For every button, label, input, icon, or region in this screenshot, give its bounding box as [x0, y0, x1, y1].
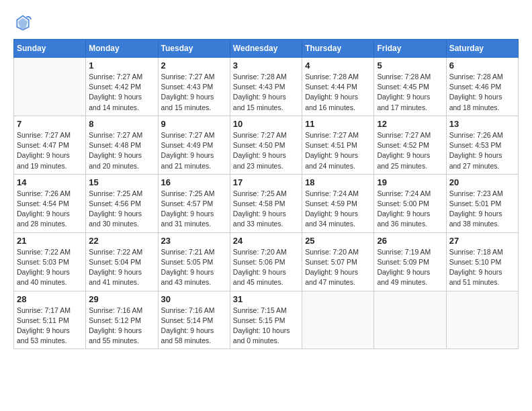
calendar-cell: 24Sunrise: 7:20 AMSunset: 5:06 PMDayligh…	[230, 232, 302, 291]
calendar-cell	[374, 291, 446, 349]
day-number: 2	[161, 60, 227, 71]
calendar-cell: 1Sunrise: 7:27 AMSunset: 4:42 PMDaylight…	[86, 58, 158, 116]
calendar-cell	[302, 291, 374, 349]
day-info: Sunrise: 7:20 AMSunset: 5:07 PMDaylight:…	[305, 247, 371, 288]
weekday-header: Friday	[374, 40, 446, 58]
day-number: 25	[305, 236, 371, 246]
day-number: 19	[377, 177, 443, 187]
calendar-cell: 31Sunrise: 7:15 AMSunset: 5:15 PMDayligh…	[230, 291, 302, 349]
day-info: Sunrise: 7:25 AMSunset: 4:58 PMDaylight:…	[233, 189, 299, 230]
calendar-cell: 9Sunrise: 7:27 AMSunset: 4:49 PMDaylight…	[158, 116, 230, 174]
calendar-header: SundayMondayTuesdayWednesdayThursdayFrid…	[14, 40, 519, 58]
day-number: 24	[233, 236, 299, 246]
day-number: 1	[89, 60, 154, 71]
day-number: 20	[449, 177, 515, 187]
calendar-week-row: 7Sunrise: 7:27 AMSunset: 4:47 PMDaylight…	[14, 116, 519, 174]
day-info: Sunrise: 7:24 AMSunset: 4:59 PMDaylight:…	[305, 189, 371, 230]
day-number: 3	[233, 60, 299, 71]
day-number: 26	[377, 236, 443, 246]
day-info: Sunrise: 7:27 AMSunset: 4:47 PMDaylight:…	[17, 130, 83, 171]
day-number: 23	[161, 236, 227, 246]
weekday-header: Wednesday	[230, 40, 302, 58]
calendar-week-row: 28Sunrise: 7:17 AMSunset: 5:11 PMDayligh…	[14, 291, 519, 349]
calendar-cell: 21Sunrise: 7:22 AMSunset: 5:03 PMDayligh…	[14, 232, 86, 291]
calendar-cell: 23Sunrise: 7:21 AMSunset: 5:05 PMDayligh…	[158, 232, 230, 291]
day-info: Sunrise: 7:20 AMSunset: 5:06 PMDaylight:…	[233, 247, 299, 288]
day-number: 31	[233, 294, 299, 304]
calendar-cell: 2Sunrise: 7:27 AMSunset: 4:43 PMDaylight…	[158, 58, 230, 116]
day-info: Sunrise: 7:26 AMSunset: 4:54 PMDaylight:…	[17, 189, 83, 230]
day-number: 9	[161, 119, 227, 129]
day-number: 11	[305, 119, 371, 129]
day-number: 17	[233, 177, 299, 187]
day-info: Sunrise: 7:16 AMSunset: 5:14 PMDaylight:…	[161, 306, 227, 347]
calendar-cell: 25Sunrise: 7:20 AMSunset: 5:07 PMDayligh…	[302, 232, 374, 291]
day-number: 16	[161, 177, 227, 187]
day-info: Sunrise: 7:26 AMSunset: 4:53 PMDaylight:…	[449, 130, 515, 171]
logo	[13, 13, 35, 32]
day-info: Sunrise: 7:27 AMSunset: 4:42 PMDaylight:…	[89, 72, 154, 113]
calendar-cell: 15Sunrise: 7:25 AMSunset: 4:56 PMDayligh…	[86, 174, 158, 232]
day-info: Sunrise: 7:28 AMSunset: 4:46 PMDaylight:…	[449, 72, 515, 113]
day-number: 13	[449, 119, 515, 129]
calendar-cell: 13Sunrise: 7:26 AMSunset: 4:53 PMDayligh…	[446, 116, 518, 174]
calendar-cell: 12Sunrise: 7:27 AMSunset: 4:52 PMDayligh…	[374, 116, 446, 174]
day-number: 5	[377, 60, 443, 71]
day-number: 14	[17, 177, 83, 187]
day-info: Sunrise: 7:21 AMSunset: 5:05 PMDaylight:…	[161, 247, 227, 288]
day-info: Sunrise: 7:18 AMSunset: 5:10 PMDaylight:…	[449, 247, 515, 288]
calendar-cell: 29Sunrise: 7:16 AMSunset: 5:12 PMDayligh…	[86, 291, 158, 349]
weekday-header: Thursday	[302, 40, 374, 58]
calendar-cell: 11Sunrise: 7:27 AMSunset: 4:51 PMDayligh…	[302, 116, 374, 174]
calendar-cell: 8Sunrise: 7:27 AMSunset: 4:48 PMDaylight…	[86, 116, 158, 174]
logo-icon	[13, 13, 32, 32]
day-info: Sunrise: 7:28 AMSunset: 4:44 PMDaylight:…	[305, 72, 371, 113]
day-info: Sunrise: 7:19 AMSunset: 5:09 PMDaylight:…	[377, 247, 443, 288]
day-number: 22	[89, 236, 154, 246]
day-number: 27	[449, 236, 515, 246]
day-number: 18	[305, 177, 371, 187]
weekday-header: Tuesday	[158, 40, 230, 58]
calendar-cell: 18Sunrise: 7:24 AMSunset: 4:59 PMDayligh…	[302, 174, 374, 232]
day-number: 30	[161, 294, 227, 304]
day-number: 28	[17, 294, 83, 304]
day-info: Sunrise: 7:16 AMSunset: 5:12 PMDaylight:…	[89, 306, 154, 347]
day-info: Sunrise: 7:27 AMSunset: 4:48 PMDaylight:…	[89, 130, 154, 171]
calendar-cell: 17Sunrise: 7:25 AMSunset: 4:58 PMDayligh…	[230, 174, 302, 232]
day-info: Sunrise: 7:17 AMSunset: 5:11 PMDaylight:…	[17, 306, 83, 347]
day-info: Sunrise: 7:27 AMSunset: 4:43 PMDaylight:…	[161, 72, 227, 113]
header	[13, 13, 519, 32]
calendar-table: SundayMondayTuesdayWednesdayThursdayFrid…	[13, 39, 519, 349]
calendar-cell: 14Sunrise: 7:26 AMSunset: 4:54 PMDayligh…	[14, 174, 86, 232]
calendar-cell: 26Sunrise: 7:19 AMSunset: 5:09 PMDayligh…	[374, 232, 446, 291]
day-number: 29	[89, 294, 154, 304]
day-info: Sunrise: 7:24 AMSunset: 5:00 PMDaylight:…	[377, 189, 443, 230]
calendar-cell: 4Sunrise: 7:28 AMSunset: 4:44 PMDaylight…	[302, 58, 374, 116]
calendar-cell: 28Sunrise: 7:17 AMSunset: 5:11 PMDayligh…	[14, 291, 86, 349]
calendar-cell: 22Sunrise: 7:22 AMSunset: 5:04 PMDayligh…	[86, 232, 158, 291]
day-info: Sunrise: 7:22 AMSunset: 5:04 PMDaylight:…	[89, 247, 154, 288]
calendar-cell: 19Sunrise: 7:24 AMSunset: 5:00 PMDayligh…	[374, 174, 446, 232]
calendar-cell: 16Sunrise: 7:25 AMSunset: 4:57 PMDayligh…	[158, 174, 230, 232]
day-info: Sunrise: 7:28 AMSunset: 4:45 PMDaylight:…	[377, 72, 443, 113]
day-number: 15	[89, 177, 154, 187]
day-info: Sunrise: 7:27 AMSunset: 4:50 PMDaylight:…	[233, 130, 299, 171]
day-number: 8	[89, 119, 154, 129]
day-info: Sunrise: 7:28 AMSunset: 4:43 PMDaylight:…	[233, 72, 299, 113]
day-info: Sunrise: 7:23 AMSunset: 5:01 PMDaylight:…	[449, 189, 515, 230]
calendar-week-row: 21Sunrise: 7:22 AMSunset: 5:03 PMDayligh…	[14, 232, 519, 291]
day-number: 10	[233, 119, 299, 129]
weekday-header: Monday	[86, 40, 158, 58]
day-info: Sunrise: 7:22 AMSunset: 5:03 PMDaylight:…	[17, 247, 83, 288]
calendar-cell: 5Sunrise: 7:28 AMSunset: 4:45 PMDaylight…	[374, 58, 446, 116]
calendar-cell: 6Sunrise: 7:28 AMSunset: 4:46 PMDaylight…	[446, 58, 518, 116]
calendar-cell	[446, 291, 518, 349]
calendar-cell: 20Sunrise: 7:23 AMSunset: 5:01 PMDayligh…	[446, 174, 518, 232]
day-number: 6	[449, 60, 515, 71]
weekday-header: Sunday	[14, 40, 86, 58]
calendar-week-row: 1Sunrise: 7:27 AMSunset: 4:42 PMDaylight…	[14, 58, 519, 116]
calendar-cell: 30Sunrise: 7:16 AMSunset: 5:14 PMDayligh…	[158, 291, 230, 349]
day-number: 4	[305, 60, 371, 71]
day-info: Sunrise: 7:27 AMSunset: 4:52 PMDaylight:…	[377, 130, 443, 171]
weekday-header: Saturday	[446, 40, 518, 58]
